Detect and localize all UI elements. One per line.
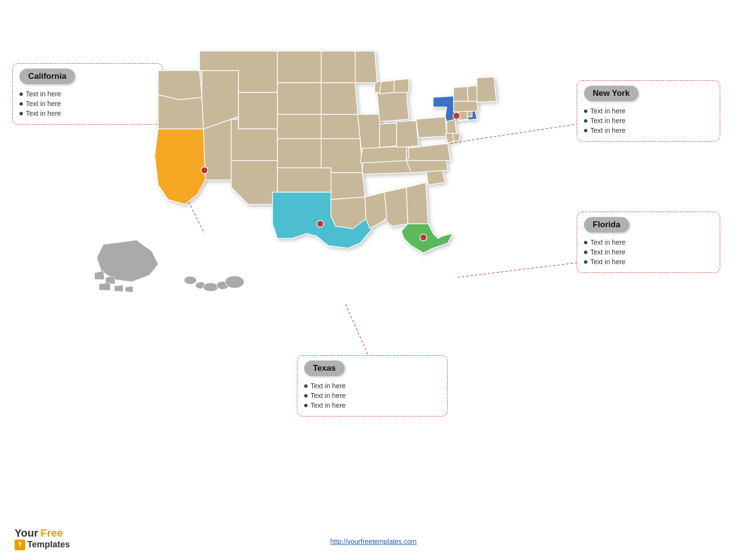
svg-marker-40 <box>377 90 409 122</box>
svg-marker-59 <box>114 285 123 292</box>
svg-marker-24 <box>321 83 358 114</box>
texas-item-2: Text in here <box>304 392 440 399</box>
svg-marker-38 <box>380 123 397 147</box>
svg-marker-52 <box>477 77 496 102</box>
bullet-icon <box>304 384 308 388</box>
svg-marker-58 <box>99 283 110 290</box>
map-svg <box>83 44 521 326</box>
svg-marker-22 <box>321 114 360 139</box>
texas-list: Text in here Text in here Text in here <box>304 382 440 409</box>
svg-marker-21 <box>321 51 358 83</box>
svg-marker-60 <box>126 286 133 292</box>
california-pin <box>201 167 208 174</box>
svg-marker-10 <box>277 51 321 83</box>
california-title: California <box>19 69 75 84</box>
texas-item-3: Text in here <box>304 401 440 409</box>
svg-marker-39 <box>397 121 419 147</box>
bullet-icon <box>19 92 23 96</box>
svg-marker-37 <box>360 146 406 163</box>
newyork-item-3: Text in here <box>584 126 713 134</box>
svg-marker-31 <box>406 182 428 224</box>
bullet-icon <box>304 394 308 397</box>
svg-marker-6 <box>155 129 205 204</box>
florida-item-1: Text in here <box>584 238 713 246</box>
bullet-icon <box>584 241 587 244</box>
newyork-item-2: Text in here <box>584 117 713 125</box>
bullet-icon <box>584 119 587 123</box>
svg-marker-54 <box>380 80 394 94</box>
bullet-icon <box>584 251 587 254</box>
svg-marker-11 <box>277 83 321 114</box>
newyork-item-1: Text in here <box>584 107 713 115</box>
alaska-group <box>95 240 159 292</box>
newyork-callout: New York Text in here Text in here Text … <box>577 80 720 142</box>
bullet-icon <box>584 129 587 132</box>
newyork-pin <box>453 112 460 119</box>
svg-point-65 <box>225 276 244 288</box>
us-map <box>83 44 521 375</box>
svg-marker-4 <box>158 71 202 100</box>
svg-point-61 <box>184 276 196 285</box>
texas-item-1: Text in here <box>304 382 440 390</box>
svg-marker-42 <box>416 117 447 138</box>
svg-marker-15 <box>231 161 277 204</box>
svg-marker-46 <box>445 133 454 144</box>
texas-pin <box>317 220 324 227</box>
footer-link[interactable]: http://yourfreetemplates.com <box>330 538 417 545</box>
florida-callout: Florida Text in here Text in here Text i… <box>577 212 720 273</box>
svg-marker-23 <box>321 139 363 173</box>
svg-marker-5 <box>158 95 203 129</box>
florida-pin <box>420 234 427 241</box>
svg-marker-32 <box>401 224 453 253</box>
newyork-title: New York <box>584 86 638 101</box>
svg-marker-57 <box>106 276 115 284</box>
logo-free: Free <box>40 527 63 539</box>
svg-marker-12 <box>238 92 277 129</box>
bullet-icon <box>584 260 587 264</box>
logo-your: Your <box>15 527 38 539</box>
svg-marker-30 <box>384 187 408 226</box>
conus-group <box>155 51 496 253</box>
svg-marker-26 <box>331 173 365 199</box>
hawaii-group <box>184 276 244 291</box>
footer: http://yourfreetemplates.com <box>0 538 747 545</box>
newyork-list: Text in here Text in here Text in here <box>584 107 713 134</box>
florida-item-2: Text in here <box>584 248 713 256</box>
svg-marker-56 <box>95 271 105 280</box>
bullet-icon <box>19 112 23 115</box>
bullet-icon <box>19 102 23 106</box>
svg-marker-55 <box>97 240 158 282</box>
bullet-icon <box>584 109 587 113</box>
bullet-icon <box>304 404 308 407</box>
florida-title: Florida <box>584 217 629 233</box>
svg-marker-50 <box>454 87 468 101</box>
svg-marker-51 <box>467 86 478 101</box>
svg-point-63 <box>203 283 219 291</box>
florida-list: Text in here Text in here Text in here <box>584 238 713 266</box>
svg-marker-28 <box>365 192 387 229</box>
florida-item-3: Text in here <box>584 258 713 266</box>
svg-marker-53 <box>355 51 377 83</box>
